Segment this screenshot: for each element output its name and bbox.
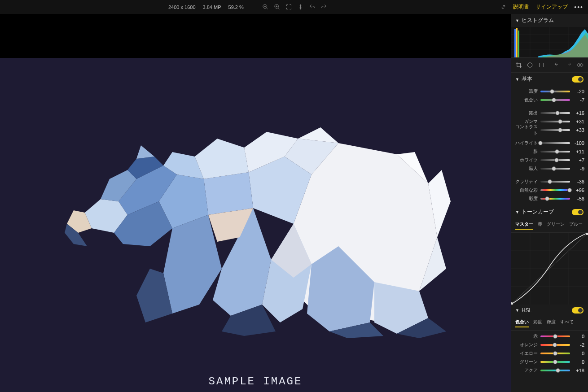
slider-knob[interactable] — [554, 158, 559, 162]
slider-track[interactable] — [540, 181, 570, 183]
grid-icon[interactable] — [297, 4, 304, 10]
slider-knob[interactable] — [567, 188, 572, 192]
slider-knob[interactable] — [553, 360, 557, 364]
manual-link[interactable]: 説明書 — [513, 3, 529, 11]
section-hsl[interactable]: ▼ HSL — [511, 305, 588, 316]
slider-value: +31 — [573, 119, 584, 124]
redo-icon[interactable] — [320, 4, 327, 10]
hsl-label: HSL — [522, 307, 532, 314]
redo-local-icon[interactable] — [565, 61, 572, 69]
slider-track[interactable] — [540, 99, 570, 101]
slider-label: 色合い — [514, 97, 538, 103]
tone-curve-chart[interactable] — [511, 233, 588, 305]
svg-rect-51 — [518, 30, 519, 57]
slider-value: +33 — [573, 127, 584, 133]
hsl-tab-1[interactable]: 彩度 — [533, 319, 542, 327]
topbar: 2400 x 1600 3.84 MP 59.2 % 説明書 サインアップ ••… — [0, 0, 588, 14]
hsl-tabs: 色合い彩度輝度すべて — [511, 316, 588, 331]
fit-screen-icon[interactable] — [285, 4, 292, 10]
slider-value: 0 — [573, 334, 584, 339]
tone-curve-toggle[interactable] — [572, 209, 584, 215]
slider-value: +16 — [573, 110, 584, 116]
slider-knob[interactable] — [558, 128, 562, 132]
curve-tab-3[interactable]: ブルー — [569, 221, 583, 230]
slider-knob[interactable] — [556, 368, 560, 373]
slider-track[interactable] — [540, 370, 570, 371]
slider-赤: 赤 0 — [514, 332, 584, 340]
circle-icon[interactable] — [527, 61, 533, 69]
eye-icon[interactable] — [577, 61, 584, 69]
section-histogram[interactable]: ▼ ヒストグラム — [511, 14, 588, 27]
slider-track[interactable] — [540, 142, 570, 144]
slider-label: アクア — [514, 367, 538, 374]
slider-track[interactable] — [540, 335, 570, 337]
hsl-toggle[interactable] — [572, 307, 584, 314]
slider-value: 0 — [573, 351, 584, 356]
slider-track[interactable] — [540, 353, 570, 354]
slider-knob[interactable] — [545, 196, 549, 201]
slider-knob[interactable] — [552, 166, 556, 171]
slider-knob[interactable] — [553, 351, 557, 356]
slider-knob[interactable] — [553, 334, 557, 339]
section-tone-curve[interactable]: ▼ トーンカーブ — [511, 205, 588, 218]
zoom-out-icon[interactable] — [262, 4, 269, 10]
slider-グリーン: グリーン 0 — [514, 357, 584, 366]
sidebar: ▼ ヒストグラム — [511, 14, 588, 392]
slider-knob[interactable] — [558, 119, 562, 124]
slider-ホワイツ: ホワイツ +7 — [514, 156, 584, 164]
slider-knob[interactable] — [538, 141, 543, 145]
slider-track[interactable] — [540, 112, 570, 114]
section-basic[interactable]: ▼ 基本 — [511, 73, 588, 86]
slider-label: 露出 — [514, 110, 538, 116]
svg-point-52 — [528, 63, 532, 67]
slider-track[interactable] — [540, 361, 570, 363]
slider-value: -7 — [573, 97, 584, 103]
crop-icon[interactable] — [515, 61, 522, 69]
hsl-tab-3[interactable]: すべて — [560, 319, 574, 327]
slider-knob[interactable] — [548, 179, 552, 184]
slider-value: +7 — [573, 157, 584, 163]
basic-toggle[interactable] — [572, 76, 584, 83]
hsl-tab-0[interactable]: 色合い — [515, 319, 529, 327]
slider-track[interactable] — [540, 91, 570, 92]
slider-track[interactable] — [540, 189, 570, 191]
slider-track[interactable] — [540, 129, 570, 131]
expand-icon[interactable] — [500, 4, 507, 10]
slider-track[interactable] — [540, 151, 570, 152]
toolbar-icons — [262, 4, 327, 10]
more-menu-icon[interactable]: ••• — [574, 4, 584, 11]
curve-tab-1[interactable]: 赤 — [538, 221, 542, 230]
slider-track[interactable] — [540, 344, 570, 346]
slider-value: +11 — [573, 149, 584, 154]
histogram-chart — [511, 27, 588, 57]
slider-露出: 露出 +16 — [514, 109, 584, 117]
undo-local-icon[interactable] — [554, 61, 561, 69]
slider-knob[interactable] — [550, 89, 554, 94]
slider-イエロー: イエロー 0 — [514, 349, 584, 357]
slider-knob[interactable] — [553, 343, 557, 347]
chevron-down-icon: ▼ — [515, 210, 519, 214]
slider-track[interactable] — [540, 159, 570, 161]
slider-knob[interactable] — [555, 149, 559, 154]
zoom-in-icon[interactable] — [274, 4, 281, 10]
slider-track[interactable] — [540, 121, 570, 122]
hsl-tab-2[interactable]: 輝度 — [547, 319, 556, 327]
square-icon[interactable] — [538, 61, 545, 69]
canvas-area[interactable]: SAMPLE IMAGE — [0, 14, 511, 392]
signup-link[interactable]: サインアップ — [535, 3, 568, 11]
slider-彩度: 彩度 -56 — [514, 194, 584, 203]
slider-knob[interactable] — [555, 111, 560, 115]
curve-tab-0[interactable]: マスター — [515, 221, 533, 230]
svg-line-4 — [278, 8, 279, 9]
slider-track[interactable] — [540, 168, 570, 170]
slider-label: オレンジ — [514, 342, 538, 348]
curve-tab-2[interactable]: グリーン — [547, 221, 565, 230]
svg-marker-27 — [163, 215, 222, 314]
slider-色合い: 色合い -7 — [514, 96, 584, 104]
undo-icon[interactable] — [309, 4, 316, 10]
slider-knob[interactable] — [552, 98, 556, 102]
slider-label: グリーン — [514, 359, 538, 365]
svg-marker-14 — [204, 172, 253, 215]
slider-value: -2 — [573, 342, 584, 348]
slider-track[interactable] — [540, 198, 570, 200]
